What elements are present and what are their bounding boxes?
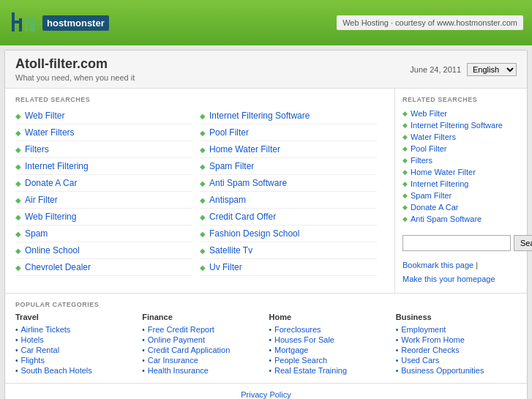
search-link[interactable]: Web Filtering	[25, 212, 76, 222]
search-link[interactable]: Internet Filtering Software	[209, 111, 310, 121]
search-link[interactable]: Chevrolet Dealer	[25, 262, 91, 272]
site-header: Atoll-filter.com What you need, when you…	[5, 51, 527, 89]
cat-link[interactable]: Mortgage	[274, 346, 308, 354]
cat-link[interactable]: Work From Home	[401, 335, 465, 344]
search-link[interactable]: Anti Spam Software	[209, 178, 287, 188]
sidebar-search-item: ◆Spam Filter	[402, 190, 520, 201]
search-link[interactable]: Credit Card Offer	[209, 212, 276, 222]
cat-heading-finance: Finance	[142, 313, 263, 321]
search-col-1: ◆Web Filter◆Water Filters◆Filters◆Intern…	[15, 108, 200, 276]
cat-link[interactable]: Foreclosures	[274, 325, 321, 334]
search-item: ◆Internet Filtering	[15, 158, 192, 175]
search-item: ◆Water Filters	[15, 124, 192, 141]
cat-link[interactable]: Free Credit Report	[148, 325, 214, 334]
sidebar-search-input[interactable]	[402, 235, 511, 251]
search-item: ◆Web Filtering	[15, 209, 192, 225]
search-item: ◆Chevrolet Dealer	[15, 259, 192, 276]
search-link[interactable]: Uv Filter	[209, 262, 242, 272]
cat-link[interactable]: Employment	[401, 325, 446, 334]
cat-col-finance: FinanceFree Credit ReportOnline PaymentC…	[142, 313, 263, 376]
sidebar-search-link[interactable]: Pool Filter	[411, 144, 447, 153]
cat-link[interactable]: Houses For Sale	[274, 335, 334, 344]
sidebar-search-item: ◆Internet Filtering Software	[402, 119, 520, 131]
sidebar-search-item: ◆Anti Spam Software	[402, 213, 520, 225]
search-link[interactable]: Air Filter	[25, 195, 58, 205]
sidebar-search-link[interactable]: Anti Spam Software	[411, 215, 482, 223]
cat-item: Online Payment	[142, 335, 263, 345]
logo-area: hostmonster	[9, 8, 109, 37]
cat-item: Free Credit Report	[142, 324, 263, 335]
sidebar-search-link[interactable]: Filters	[411, 156, 432, 165]
diamond-icon: ◆	[200, 196, 206, 204]
cat-link[interactable]: Used Cars	[401, 356, 439, 365]
sidebar-search-item: ◆Donate A Car	[402, 201, 520, 213]
cat-link[interactable]: Airline Tickets	[21, 325, 71, 334]
diamond-icon: ◆	[15, 146, 21, 154]
cat-item: Real Estate Training	[269, 365, 390, 376]
search-link[interactable]: Filters	[25, 144, 49, 154]
search-item: ◆Air Filter	[15, 192, 192, 209]
language-select[interactable]: English French German	[467, 63, 517, 76]
diamond-icon: ◆	[200, 146, 206, 154]
sidebar-search-button[interactable]: Search	[514, 235, 532, 251]
search-link[interactable]: Antispam	[209, 195, 246, 205]
sidebar-diamond-icon: ◆	[402, 110, 408, 117]
cat-item: Foreclosures	[269, 324, 390, 335]
search-link[interactable]: Fashion Design School	[209, 228, 299, 239]
cat-item: Car Rental	[15, 345, 136, 355]
search-item: ◆Fashion Design School	[200, 225, 377, 242]
sidebar-search-item: ◆Filters	[402, 154, 520, 166]
cat-item: Flights	[15, 355, 136, 365]
main-column: RELATED SEARCHES ◆Web Filter◆Water Filte…	[5, 89, 395, 293]
search-link[interactable]: Spam	[25, 228, 48, 239]
cat-link[interactable]: South Beach Hotels	[21, 366, 92, 375]
cat-link[interactable]: Health Insurance	[148, 366, 209, 375]
sidebar-search-link[interactable]: Internet Filtering Software	[411, 121, 503, 130]
site-subtitle: What you need, when you need it	[15, 73, 135, 82]
cat-item: Credit Card Application	[142, 345, 263, 355]
privacy-policy-link[interactable]: Privacy Policy	[241, 390, 291, 399]
search-link[interactable]: Satellite Tv	[209, 245, 252, 256]
bookmark-links: Bookmark this page | Make this your home…	[402, 258, 520, 286]
sidebar-search-link[interactable]: Home Water Filter	[411, 168, 476, 176]
cat-item: Business Opportunities	[396, 365, 517, 376]
diamond-icon: ◆	[15, 163, 21, 171]
bookmark-page-link[interactable]: Bookmark this page	[402, 261, 473, 269]
cat-link[interactable]: Business Opportunities	[401, 366, 484, 375]
sidebar-search-link[interactable]: Spam Filter	[411, 191, 452, 200]
search-link[interactable]: Home Water Filter	[209, 144, 280, 154]
sidebar-search-box: Search	[402, 235, 520, 251]
search-link[interactable]: Web Filter	[25, 111, 64, 121]
search-link[interactable]: Internet Filtering	[25, 161, 89, 171]
cat-link[interactable]: Flights	[21, 356, 45, 365]
sidebar-search-item: ◆Water Filters	[402, 131, 520, 143]
diamond-icon: ◆	[15, 230, 21, 238]
search-link[interactable]: Donate A Car	[25, 178, 77, 188]
cat-link[interactable]: Online Payment	[148, 335, 205, 344]
cat-link[interactable]: People Search	[274, 356, 327, 365]
sidebar-search-link[interactable]: Donate A Car	[411, 203, 458, 212]
sidebar-search-link[interactable]: Internet Filtering	[411, 179, 468, 188]
search-item: ◆Filters	[15, 141, 192, 158]
cat-link[interactable]: Real Estate Training	[274, 366, 347, 375]
diamond-icon: ◆	[15, 129, 21, 137]
search-link[interactable]: Online School	[25, 245, 80, 256]
diamond-icon: ◆	[200, 112, 206, 120]
diamond-icon: ◆	[15, 247, 21, 255]
search-link[interactable]: Spam Filter	[209, 161, 254, 171]
search-link[interactable]: Pool Filter	[209, 127, 249, 138]
sidebar-search-item: ◆Pool Filter	[402, 143, 520, 154]
search-link[interactable]: Water Filters	[25, 127, 75, 138]
cat-link[interactable]: Hotels	[21, 335, 44, 344]
search-item: ◆Online School	[15, 242, 192, 259]
sidebar-search-link[interactable]: Web Filter	[411, 109, 447, 118]
cat-item: Employment	[396, 324, 517, 335]
sidebar-search-link[interactable]: Water Filters	[411, 133, 456, 141]
sidebar-search-item: ◆Web Filter	[402, 108, 520, 119]
cat-link[interactable]: Car Insurance	[148, 356, 198, 365]
cat-link[interactable]: Reorder Checks	[401, 346, 459, 354]
cat-link[interactable]: Credit Card Application	[148, 346, 231, 354]
popular-cats-label: POPULAR CATEGORIES	[15, 301, 517, 308]
cat-link[interactable]: Car Rental	[21, 346, 60, 354]
homepage-link[interactable]: Make this your homepage	[402, 275, 495, 283]
